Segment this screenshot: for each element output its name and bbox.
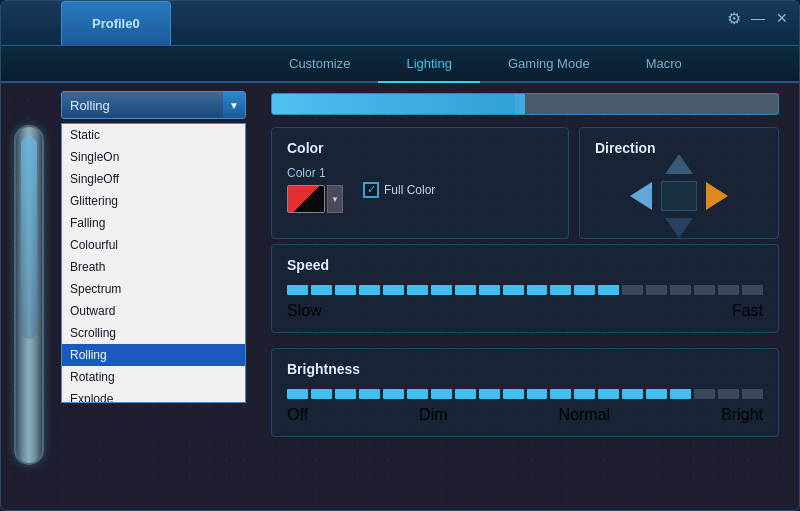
dir-cell-bottomleft	[623, 213, 659, 243]
left-sidebar	[1, 83, 56, 507]
color1-swatch[interactable]	[287, 185, 325, 213]
seg14	[598, 285, 619, 295]
bseg3	[335, 389, 356, 399]
app-window: Profile0 ⚙ — ✕ Customize Lighting Gaming…	[0, 0, 800, 511]
brightness-off-label: Off	[287, 406, 308, 424]
dir-cell-topleft	[623, 149, 659, 179]
mode-item-static[interactable]: Static	[62, 124, 245, 146]
speed-section: Speed	[271, 244, 779, 333]
brightness-section: Brightness	[271, 348, 779, 437]
mode-list: Static SingleOn SingleOff Glittering Fal…	[61, 123, 246, 403]
mode-item-falling[interactable]: Falling	[62, 212, 245, 234]
color1-swatch-arrow[interactable]: ▼	[327, 185, 343, 213]
mode-item-outward[interactable]: Outward	[62, 300, 245, 322]
mode-item-colourful[interactable]: Colourful	[62, 234, 245, 256]
seg12	[550, 285, 571, 295]
bseg15	[622, 389, 643, 399]
mode-item-glittering[interactable]: Glittering	[62, 190, 245, 212]
seg13	[574, 285, 595, 295]
bseg17	[670, 389, 691, 399]
bseg11	[527, 389, 548, 399]
bseg20	[742, 389, 763, 399]
tab-customize[interactable]: Customize	[261, 46, 378, 83]
brightness-slider[interactable]	[287, 387, 763, 401]
tab-macro[interactable]: Macro	[618, 46, 710, 83]
dropdown-selected-value: Rolling	[70, 98, 110, 113]
bseg9	[479, 389, 500, 399]
fullcolor-checkbox[interactable]	[363, 182, 379, 198]
dir-left-button[interactable]	[623, 181, 659, 211]
seg4	[359, 285, 380, 295]
tab-lighting[interactable]: Lighting	[378, 46, 480, 83]
mode-item-rolling[interactable]: Rolling	[62, 344, 245, 366]
right-arrow-icon	[706, 182, 728, 210]
seg8	[455, 285, 476, 295]
tab-gaming-mode[interactable]: Gaming Mode	[480, 46, 618, 83]
direction-box: Direction	[579, 127, 779, 239]
dir-up-button[interactable]	[661, 149, 697, 179]
right-panel: Color Color 1 ▼ Full Color	[251, 83, 799, 507]
preview-fill	[272, 94, 515, 114]
bseg18	[694, 389, 715, 399]
bseg2	[311, 389, 332, 399]
color-box: Color Color 1 ▼ Full Color	[271, 127, 569, 239]
mode-item-spectrum[interactable]: Spectrum	[62, 278, 245, 300]
dir-right-button[interactable]	[699, 181, 735, 211]
dir-down-button[interactable]	[661, 213, 697, 243]
mode-dropdown: Rolling ▼	[61, 91, 246, 119]
minimize-button[interactable]: —	[749, 9, 767, 27]
down-arrow-icon	[665, 218, 693, 238]
bseg5	[383, 389, 404, 399]
fullcolor-checkbox-wrap[interactable]: Full Color	[363, 182, 435, 198]
nav-tabs: Customize Lighting Gaming Mode Macro	[1, 46, 799, 83]
dropdown-area: Rolling ▼ Static SingleOn SingleOff Glit…	[56, 83, 251, 507]
brightness-normal-label: Normal	[559, 406, 611, 424]
mode-item-singleoff[interactable]: SingleOff	[62, 168, 245, 190]
bseg12	[550, 389, 571, 399]
seg16	[646, 285, 667, 295]
seg7	[431, 285, 452, 295]
device-image	[14, 125, 44, 465]
mode-item-singleon[interactable]: SingleOn	[62, 146, 245, 168]
mode-item-scrolling[interactable]: Scrolling	[62, 322, 245, 344]
seg18	[694, 285, 715, 295]
seg6	[407, 285, 428, 295]
color-title: Color	[287, 140, 553, 156]
brightness-title: Brightness	[287, 361, 763, 377]
bseg19	[718, 389, 739, 399]
bseg10	[503, 389, 524, 399]
seg10	[503, 285, 524, 295]
left-arrow-icon	[630, 182, 652, 210]
speed-slider[interactable]	[287, 283, 763, 297]
mode-dropdown-button[interactable]: Rolling ▼	[61, 91, 246, 119]
dir-cell-bottomright	[699, 213, 735, 243]
speed-fast-label: Fast	[732, 302, 763, 320]
direction-pad	[623, 149, 735, 243]
seg1	[287, 285, 308, 295]
mode-item-explode[interactable]: Explode	[62, 388, 245, 403]
color-dir-row: Color Color 1 ▼ Full Color	[271, 127, 779, 239]
bseg8	[455, 389, 476, 399]
seg2	[311, 285, 332, 295]
close-button[interactable]: ✕	[773, 9, 791, 27]
title-tab: Profile0	[61, 1, 171, 45]
speed-track	[287, 283, 763, 297]
brightness-bright-label: Bright	[721, 406, 763, 424]
title-bar: Profile0 ⚙ — ✕	[1, 1, 799, 46]
bseg13	[574, 389, 595, 399]
settings-button[interactable]: ⚙	[725, 9, 743, 27]
bseg14	[598, 389, 619, 399]
brightness-dim-label: Dim	[419, 406, 447, 424]
speed-title: Speed	[287, 257, 763, 273]
bseg7	[431, 389, 452, 399]
seg17	[670, 285, 691, 295]
preview-bar	[271, 93, 779, 115]
mode-item-breath[interactable]: Breath	[62, 256, 245, 278]
speed-labels: Slow Fast	[287, 302, 763, 320]
dropdown-arrow-icon[interactable]: ▼	[223, 92, 245, 118]
color1-label: Color 1	[287, 166, 343, 180]
content-area: Rolling ▼ Static SingleOn SingleOff Glit…	[1, 83, 799, 507]
brightness-track	[287, 387, 763, 401]
brightness-labels: Off Dim Normal Bright	[287, 406, 763, 424]
mode-item-rotating[interactable]: Rotating	[62, 366, 245, 388]
